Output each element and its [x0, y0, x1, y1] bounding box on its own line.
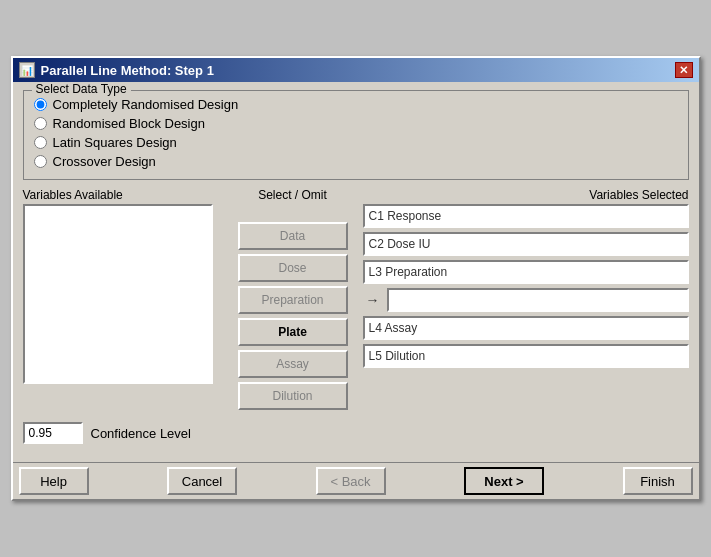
column-headers: Variables Available Select / Omit Variab…: [23, 188, 689, 202]
title-bar-left: 📊 Parallel Line Method: Step 1: [19, 62, 214, 78]
content-area: Select Data Type Completely Randomised D…: [13, 82, 699, 462]
field-row-dose: [363, 232, 689, 256]
radio-crossover[interactable]: [34, 155, 47, 168]
header-variables-selected: Variables Selected: [363, 188, 689, 202]
btn-row-data: Data: [223, 222, 363, 250]
assay-button[interactable]: Assay: [238, 350, 348, 378]
radio-label-1: Randomised Block Design: [53, 116, 205, 131]
confidence-row: Confidence Level: [23, 422, 689, 444]
main-area: Data Dose Preparation Plate Assay Diluti…: [23, 204, 689, 414]
preparation-field: [363, 260, 689, 284]
confidence-input[interactable]: [23, 422, 83, 444]
header-variables-available: Variables Available: [23, 188, 223, 202]
radio-row-0: Completely Randomised Design: [34, 97, 678, 112]
radio-row-2: Latin Squares Design: [34, 135, 678, 150]
btn-row-preparation: Preparation: [223, 286, 363, 314]
preparation-button[interactable]: Preparation: [238, 286, 348, 314]
back-button[interactable]: < Back: [316, 467, 386, 495]
data-button[interactable]: Data: [238, 222, 348, 250]
radio-label-0: Completely Randomised Design: [53, 97, 239, 112]
close-button[interactable]: ✕: [675, 62, 693, 78]
radio-label-3: Crossover Design: [53, 154, 156, 169]
plate-field: [387, 288, 689, 312]
btn-row-assay: Assay: [223, 350, 363, 378]
btn-row-dilution: Dilution: [223, 382, 363, 410]
help-button[interactable]: Help: [19, 467, 89, 495]
plate-arrow: →: [363, 292, 383, 308]
main-window: 📊 Parallel Line Method: Step 1 ✕ Select …: [11, 56, 701, 501]
radio-row-3: Crossover Design: [34, 154, 678, 169]
data-type-group: Select Data Type Completely Randomised D…: [23, 90, 689, 180]
radio-completely-randomised[interactable]: [34, 98, 47, 111]
field-row-dilution: [363, 344, 689, 368]
finish-button[interactable]: Finish: [623, 467, 693, 495]
dose-field: [363, 232, 689, 256]
window-title: Parallel Line Method: Step 1: [41, 63, 214, 78]
next-button[interactable]: Next >: [464, 467, 544, 495]
variables-panel: [23, 204, 223, 384]
radio-row-1: Randomised Block Design: [34, 116, 678, 131]
variables-listbox[interactable]: [23, 204, 213, 384]
radio-label-2: Latin Squares Design: [53, 135, 177, 150]
field-row-data: [363, 204, 689, 228]
window-icon: 📊: [19, 62, 35, 78]
plate-button[interactable]: Plate: [238, 318, 348, 346]
cancel-button[interactable]: Cancel: [167, 467, 237, 495]
field-row-plate: →: [363, 288, 689, 312]
title-bar: 📊 Parallel Line Method: Step 1 ✕: [13, 58, 699, 82]
field-row-preparation: [363, 260, 689, 284]
assay-field: [363, 316, 689, 340]
middle-panel: Data Dose Preparation Plate Assay Diluti…: [223, 204, 363, 414]
radio-randomised-block[interactable]: [34, 117, 47, 130]
btn-row-dose: Dose: [223, 254, 363, 282]
radio-latin-squares[interactable]: [34, 136, 47, 149]
bottom-buttons: Help Cancel < Back Next > Finish: [13, 462, 699, 499]
dose-button[interactable]: Dose: [238, 254, 348, 282]
dilution-field: [363, 344, 689, 368]
right-panel: →: [363, 204, 689, 372]
group-box-title: Select Data Type: [32, 82, 131, 96]
btn-row-plate: Plate: [223, 318, 363, 346]
confidence-label: Confidence Level: [91, 426, 191, 441]
header-select-omit: Select / Omit: [223, 188, 363, 202]
dilution-button[interactable]: Dilution: [238, 382, 348, 410]
data-field: [363, 204, 689, 228]
field-row-assay: [363, 316, 689, 340]
